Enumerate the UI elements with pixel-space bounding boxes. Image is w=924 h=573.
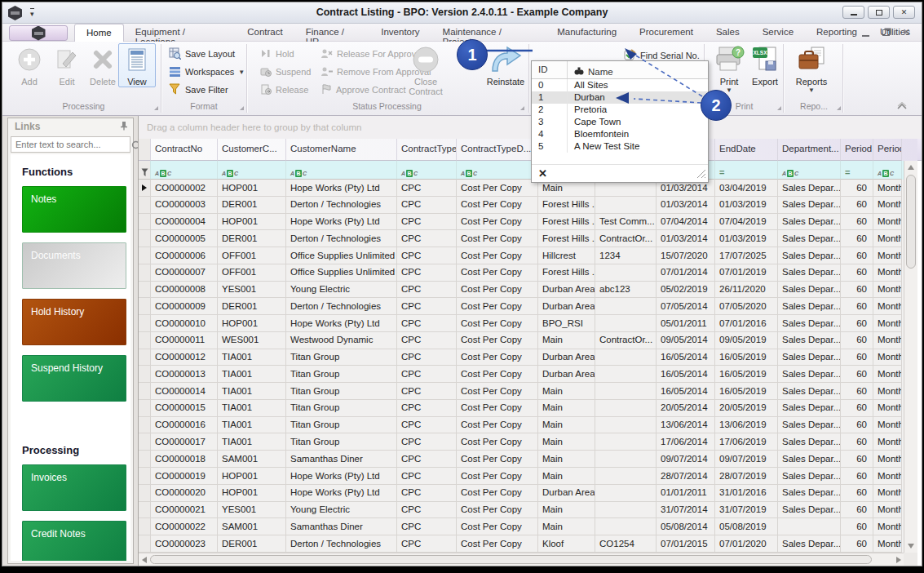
dialog-launcher-icon[interactable]	[520, 106, 524, 110]
search-input[interactable]	[11, 137, 131, 152]
site-option[interactable]: 4Bloemfontein	[532, 128, 708, 140]
dialog-launcher-icon[interactable]	[154, 106, 158, 110]
tab-contract[interactable]: Contract	[236, 24, 294, 42]
tab-finance-hr[interactable]: Finance / HR	[294, 24, 370, 42]
tab-reporting[interactable]: Reporting	[805, 24, 869, 42]
column-header[interactable]: ContractTypeD...	[457, 139, 538, 161]
site-option[interactable]: 3Cape Town	[532, 116, 708, 128]
table-row[interactable]: CO0000015TIA001Titan GroupCPCCost Per Co…	[139, 400, 904, 417]
filter-cell[interactable]: ABC	[218, 161, 286, 180]
collapse-ribbon-icon[interactable]	[896, 99, 908, 113]
filter-cell[interactable]: =	[841, 161, 873, 180]
site-option[interactable]: 5A New Test Site	[532, 140, 708, 153]
table-row[interactable]: CO0000020HOP001Hope Works (Pty) LtdCPCCo…	[139, 485, 904, 502]
clear-filter-icon[interactable]: ✕	[538, 167, 547, 180]
table-row[interactable]: CO0000003DER001Derton / TechnologiesCPCC…	[139, 197, 904, 214]
table-row[interactable]: CO0000002HOP001Hope Works (Pty) LtdCPCCo…	[139, 180, 904, 197]
table-row[interactable]: CO0000016TIA001Titan GroupCPCCost Per Co…	[139, 417, 904, 434]
table-row[interactable]: CO0000011WES001Westwood DynamicCPCCost P…	[139, 332, 904, 349]
table-row[interactable]: CO0000005DER001Derton / TechnologiesCPCC…	[139, 230, 904, 247]
filter-cell[interactable]: ABC	[457, 161, 538, 180]
filter-cell[interactable]: ABC	[397, 161, 457, 180]
table-row[interactable]: CO0000009DER001Derton / TechnologiesCPCC…	[139, 298, 904, 315]
workspaces-button[interactable]: Workspaces▼	[169, 64, 245, 79]
tab-inventory[interactable]: Inventory	[369, 24, 431, 42]
sidebar-item-hold-history[interactable]: Hold History	[22, 299, 126, 345]
table-row[interactable]: CO0000021YES001Young ElectricCPCCost Per…	[139, 502, 904, 519]
table-row[interactable]: CO0000018SAM001Samanthas DinerCPCCost Pe…	[139, 451, 904, 468]
sidebar-item-documents[interactable]: Documents	[22, 242, 126, 289]
table-row[interactable]: CO0000023DER001Derton / TechnologiesCPCC…	[139, 535, 904, 553]
tab-sales[interactable]: Sales	[705, 24, 751, 42]
tab-home[interactable]: Home	[74, 24, 124, 42]
application-button[interactable]	[9, 25, 68, 41]
column-header[interactable]: EndDate	[715, 139, 778, 161]
table-row[interactable]: CO0000014TIA001Titan GroupCPCCost Per Co…	[139, 383, 904, 400]
table-row[interactable]: CO0000004HOP001Hope Works (Pty) LtdCPCCo…	[139, 214, 904, 231]
table-row[interactable]: CO0000022SAM001Samanthas DinerCPCCost Pe…	[139, 518, 904, 535]
column-header[interactable]: Period	[841, 139, 873, 161]
export-button[interactable]: XLSX Export	[746, 44, 784, 87]
scroll-left-icon[interactable]	[142, 557, 147, 563]
table-row[interactable]: CO0000013TIA001Titan GroupCPCCost Per Co…	[139, 366, 904, 383]
table-row[interactable]: CO0000008YES001Young ElectricCPCCost Per…	[139, 282, 904, 299]
save-layout-button[interactable]: Save Layout	[169, 47, 235, 61]
sidebar-item-suspend-history[interactable]: Suspend History	[22, 355, 126, 402]
column-header[interactable]: CustomerName	[286, 139, 397, 161]
pin-icon[interactable]	[120, 121, 128, 133]
sidebar-item-notes[interactable]: Notes	[22, 186, 126, 233]
column-header[interactable]: CustomerC...	[218, 139, 286, 161]
scroll-up-icon[interactable]	[908, 165, 914, 170]
column-header[interactable]: PeriodType	[873, 139, 902, 161]
scroll-down-icon[interactable]	[908, 544, 914, 549]
site-option[interactable]: 0All Sites	[532, 79, 708, 91]
dialog-launcher-icon[interactable]	[837, 106, 841, 110]
view-button[interactable]: View	[118, 43, 156, 87]
sidebar-item-credit-notes[interactable]: Credit Notes	[22, 521, 126, 561]
horizontal-scroll-thumb[interactable]	[150, 555, 872, 564]
filter-cell[interactable]: ABC	[286, 161, 397, 180]
save-filter-button[interactable]: Save Filter	[169, 82, 228, 97]
tab-procurement[interactable]: Procurement	[628, 24, 705, 42]
tab-manufacturing[interactable]: Manufacturing	[546, 24, 628, 42]
grid-group-panel[interactable]: Drag a column header here to group by th…	[139, 116, 922, 139]
site-dropdown-col-id[interactable]: ID	[532, 61, 568, 78]
scroll-right-icon[interactable]	[896, 557, 901, 563]
tab-service[interactable]: Service	[751, 24, 805, 42]
site-option[interactable]: 1Durban	[532, 91, 708, 104]
dialog-launcher-icon[interactable]	[777, 106, 781, 110]
maximize-button[interactable]	[868, 6, 890, 19]
table-row[interactable]: CO0000017TIA001Titan GroupCPCCost Per Co…	[139, 433, 904, 451]
table-row[interactable]: CO0000006OFF001Office Supplies Unlimited…	[139, 247, 904, 264]
vertical-scroll-thumb[interactable]	[906, 175, 916, 269]
table-row[interactable]: CO0000007OFF001Office Supplies Unlimited…	[139, 264, 904, 282]
column-header[interactable]: Department...	[778, 139, 841, 161]
tab-equipment-locations[interactable]: Equipment / Locations	[124, 24, 237, 42]
cell: Months	[873, 485, 902, 502]
minimize-button[interactable]	[842, 6, 864, 19]
sidebar-item-invoices[interactable]: Invoices	[22, 464, 126, 511]
ribbon-restore-icon[interactable]	[882, 29, 890, 36]
ribbon-minimize-icon[interactable]	[862, 35, 869, 37]
tab-maintenance-projects[interactable]: Maintenance / Projects	[431, 24, 546, 42]
ribbon-close-icon[interactable]: ✕	[903, 27, 910, 38]
dialog-launcher-icon[interactable]	[240, 106, 244, 110]
site-dropdown-col-name[interactable]: Name	[568, 61, 708, 78]
filter-cell[interactable]: ABC	[778, 161, 841, 180]
vertical-scrollbar[interactable]	[904, 161, 917, 553]
site-option[interactable]: 2Pretoria	[532, 104, 708, 116]
table-row[interactable]: CO0000019HOP001Hope Works (Pty) LtdCPCCo…	[139, 468, 904, 485]
cell: Hope Works (Pty) Ltd	[286, 315, 397, 332]
reports-button[interactable]: Reports ▼	[790, 44, 833, 94]
filter-cell[interactable]: ABC	[151, 161, 218, 180]
column-header[interactable]: ContractNo	[151, 139, 218, 161]
column-header[interactable]: ContractType	[397, 139, 457, 161]
print-button[interactable]: ? Print ▼	[710, 44, 748, 94]
horizontal-scrollbar[interactable]	[139, 553, 904, 566]
resize-grip-icon[interactable]	[696, 169, 706, 180]
table-row[interactable]: CO0000010HOP001Hope Works (Pty) LtdCPCCo…	[139, 315, 904, 332]
filter-cell[interactable]: =	[715, 161, 778, 180]
table-row[interactable]: CO0000012TIA001Titan GroupCPCCost Per Co…	[139, 349, 904, 366]
filter-cell[interactable]: ABC	[873, 161, 902, 180]
close-button[interactable]: ✕	[893, 6, 915, 19]
